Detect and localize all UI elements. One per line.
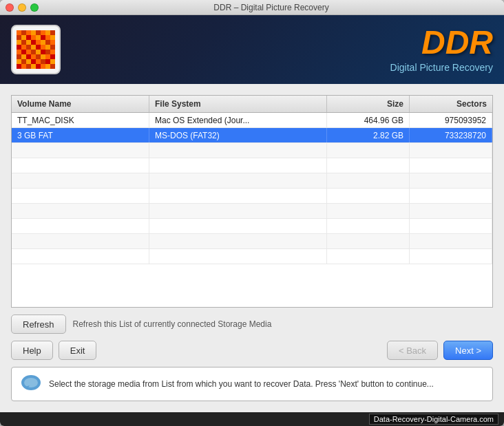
svg-rect-32 xyxy=(36,45,41,50)
help-button[interactable]: Help xyxy=(11,341,53,360)
svg-rect-30 xyxy=(26,45,31,50)
titlebar: DDR – Digital Picture Recovery xyxy=(0,0,504,15)
svg-rect-61 xyxy=(21,64,26,69)
info-message: Select the storage media from List from … xyxy=(49,378,434,390)
col-filesystem: File System xyxy=(149,96,327,112)
close-button[interactable] xyxy=(6,3,14,12)
svg-rect-37 xyxy=(21,50,26,54)
table-row-empty[interactable] xyxy=(12,234,492,249)
svg-rect-33 xyxy=(41,45,45,50)
refresh-button[interactable]: Refresh xyxy=(11,315,66,334)
svg-rect-11 xyxy=(50,30,55,35)
drives-table: Volume Name File System Size Sectors TT_… xyxy=(11,95,493,308)
table-row-empty[interactable] xyxy=(12,158,492,173)
svg-rect-25 xyxy=(41,40,45,45)
svg-rect-26 xyxy=(45,40,50,45)
svg-rect-21 xyxy=(21,40,26,45)
header-title-area: DDR Digital Picture Recovery xyxy=(390,26,493,73)
table-row-empty[interactable] xyxy=(12,219,492,234)
exit-button[interactable]: Exit xyxy=(59,341,97,360)
svg-rect-43 xyxy=(50,50,55,54)
watermark-bar: Data-Recovery-Digital-Camera.com xyxy=(0,412,504,426)
table-row-empty[interactable] xyxy=(12,204,492,219)
svg-rect-56 xyxy=(36,59,41,64)
svg-rect-62 xyxy=(26,64,31,69)
svg-rect-23 xyxy=(31,40,36,45)
header-banner: DDR Digital Picture Recovery xyxy=(0,15,504,84)
svg-rect-34 xyxy=(45,45,50,50)
table-row[interactable]: TT_MAC_DISK Mac OS Extended (Jour... 464… xyxy=(12,113,492,128)
refresh-row: Refresh Refresh this List of currently c… xyxy=(11,315,493,334)
cell-sectors: 733238720 xyxy=(410,128,492,142)
refresh-hint: Refresh this List of currently connected… xyxy=(73,319,272,329)
cell-size: 2.82 GB xyxy=(327,128,410,142)
svg-rect-19 xyxy=(50,35,55,40)
svg-rect-40 xyxy=(36,50,41,54)
svg-rect-57 xyxy=(41,59,45,64)
cell-volume: TT_MAC_DISK xyxy=(12,113,149,127)
svg-rect-54 xyxy=(26,59,31,64)
col-size: Size xyxy=(327,96,410,112)
svg-rect-15 xyxy=(31,35,36,40)
svg-rect-12 xyxy=(17,35,21,40)
svg-rect-7 xyxy=(31,30,36,35)
table-row[interactable]: 3 GB FAT MS-DOS (FAT32) 2.82 GB 73323872… xyxy=(12,128,492,143)
svg-rect-8 xyxy=(36,30,41,35)
svg-rect-9 xyxy=(41,30,45,35)
window-title: DDR – Digital Picture Recovery xyxy=(44,3,498,12)
cell-filesystem: Mac OS Extended (Jour... xyxy=(149,113,327,127)
svg-rect-17 xyxy=(41,35,45,40)
svg-rect-20 xyxy=(17,40,21,45)
svg-rect-35 xyxy=(50,45,55,50)
svg-rect-31 xyxy=(31,45,36,50)
svg-point-69 xyxy=(24,378,38,387)
app-title: DDR xyxy=(390,26,493,59)
main-content: Volume Name File System Size Sectors TT_… xyxy=(0,84,504,412)
svg-rect-50 xyxy=(45,54,50,59)
svg-rect-24 xyxy=(36,40,41,45)
minimize-button[interactable] xyxy=(18,3,26,12)
back-button[interactable]: < Back xyxy=(387,341,438,360)
table-row-empty[interactable] xyxy=(12,189,492,204)
svg-rect-55 xyxy=(31,59,36,64)
table-row-empty[interactable] xyxy=(12,173,492,189)
traffic-lights xyxy=(6,3,39,12)
cell-volume: 3 GB FAT xyxy=(12,128,149,142)
svg-rect-51 xyxy=(50,54,55,59)
svg-rect-60 xyxy=(17,64,21,69)
info-bar: Select the storage media from List from … xyxy=(11,367,493,401)
svg-rect-5 xyxy=(21,30,26,35)
svg-rect-36 xyxy=(17,50,21,54)
svg-rect-4 xyxy=(17,30,21,35)
app-subtitle: Digital Picture Recovery xyxy=(390,62,493,73)
table-body[interactable]: TT_MAC_DISK Mac OS Extended (Jour... 464… xyxy=(12,113,492,307)
svg-rect-47 xyxy=(31,54,36,59)
svg-rect-39 xyxy=(31,50,36,54)
table-header: Volume Name File System Size Sectors xyxy=(12,96,492,113)
svg-rect-10 xyxy=(45,30,50,35)
svg-rect-67 xyxy=(50,64,55,69)
svg-rect-66 xyxy=(45,64,50,69)
logo-icon xyxy=(17,30,55,69)
chat-bubble-icon xyxy=(20,373,42,395)
svg-rect-58 xyxy=(45,59,50,64)
table-row-empty[interactable] xyxy=(12,143,492,158)
svg-rect-49 xyxy=(41,54,45,59)
col-sectors: Sectors xyxy=(410,96,492,112)
svg-rect-13 xyxy=(21,35,26,40)
nav-row: Help Exit < Back Next > xyxy=(11,341,493,360)
svg-rect-38 xyxy=(26,50,31,54)
cell-filesystem: MS-DOS (FAT32) xyxy=(149,128,327,142)
svg-rect-65 xyxy=(41,64,45,69)
svg-rect-14 xyxy=(26,35,31,40)
svg-rect-45 xyxy=(21,54,26,59)
svg-rect-41 xyxy=(41,50,45,54)
cell-size: 464.96 GB xyxy=(327,113,410,127)
maximize-button[interactable] xyxy=(30,3,39,12)
table-row-empty[interactable] xyxy=(12,249,492,264)
svg-rect-42 xyxy=(45,50,50,54)
svg-rect-64 xyxy=(36,64,41,69)
next-button[interactable]: Next > xyxy=(443,341,493,360)
app-window: DDR – Digital Picture Recovery xyxy=(0,0,504,426)
svg-rect-28 xyxy=(17,45,21,50)
